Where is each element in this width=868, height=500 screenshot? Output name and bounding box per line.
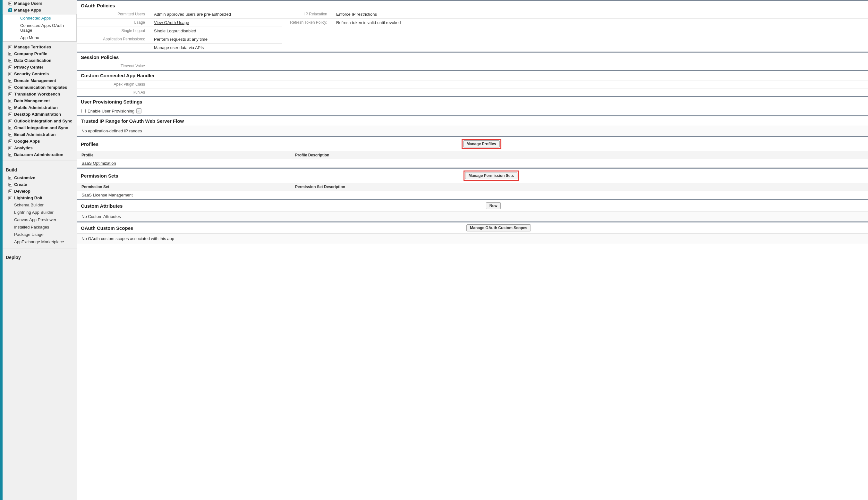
expand-icon[interactable]: ▶ <box>8 139 12 143</box>
sidebar-item-label: Customize <box>14 175 35 180</box>
sidebar-item[interactable]: ▶Customize <box>2 174 77 181</box>
sidebar-divider <box>2 248 77 248</box>
sidebar-subitem[interactable]: Package Usage <box>2 231 77 238</box>
sidebar-item[interactable]: ▶Mobile Administration <box>2 104 77 111</box>
manage-oauth-custom-scopes-button[interactable]: Manage OAuth Custom Scopes <box>466 224 531 231</box>
sidebar-item-label: Privacy Center <box>14 65 43 70</box>
expand-icon[interactable]: ▶ <box>8 45 12 49</box>
sidebar-item[interactable]: ▶Manage Territories <box>2 44 77 50</box>
sidebar-item[interactable]: ▶Gmail Integration and Sync <box>2 124 77 131</box>
table-row: SaaS Optimization <box>77 159 868 168</box>
expand-icon[interactable]: ▶ <box>8 133 12 137</box>
sidebar-item[interactable]: ▶Analytics <box>2 145 77 151</box>
expand-icon[interactable]: ▶ <box>8 106 12 110</box>
expand-icon[interactable]: ▶ <box>8 183 12 186</box>
sidebar-item[interactable]: ▶Google Apps <box>2 138 77 145</box>
section-title: Profiles <box>81 141 99 147</box>
expand-icon[interactable]: ▶ <box>8 146 12 150</box>
field-value-single-logout: Single Logout disabled <box>152 28 282 34</box>
sidebar-item-label: Mobile Administration <box>14 105 58 110</box>
view-oauth-usage-link[interactable]: View OAuth Usage <box>154 20 189 25</box>
sidebar-item[interactable]: ▶Company Profile <box>2 50 77 57</box>
sidebar-subitem[interactable]: Connected Apps <box>3 14 76 22</box>
expand-icon[interactable]: ▶ <box>8 72 12 76</box>
sidebar-item[interactable]: ▶Data Management <box>2 98 77 104</box>
sidebar-item-label: Analytics <box>14 146 33 150</box>
sidebar-item[interactable]: ▶Data.com Administration <box>2 151 77 158</box>
field-value-timeout <box>152 63 868 69</box>
sidebar-subitem[interactable]: App Menu <box>3 34 76 41</box>
sidebar-item[interactable]: ▶Data Classification <box>2 57 77 64</box>
field-value-refresh-token: Refresh token is valid until revoked <box>334 20 868 26</box>
section-header-provisioning: User Provisioning Settings <box>77 96 868 106</box>
expand-icon[interactable]: ▶ <box>8 126 12 130</box>
expand-icon[interactable]: ▶ <box>8 99 12 103</box>
sidebar-item[interactable]: ▶Domain Management <box>2 77 77 84</box>
sidebar-subitem[interactable]: Schema Builder <box>2 201 77 209</box>
sidebar-item-label: Security Controls <box>14 71 49 76</box>
sidebar-item-label: Google Apps <box>14 139 40 144</box>
expand-icon[interactable]: ▶ <box>8 196 12 200</box>
field-value-app-perm-1: Perform requests at any time <box>152 36 282 42</box>
field-label-ip-relaxation: IP Relaxation <box>282 11 334 17</box>
collapse-icon[interactable]: ▼ <box>8 8 12 12</box>
expand-icon[interactable]: ▶ <box>8 79 12 83</box>
sidebar-subitem[interactable]: AppExchange Marketplace <box>2 238 77 246</box>
permsets-col-name: Permission Set <box>77 185 295 189</box>
sidebar-item[interactable]: ▶Communication Templates <box>2 84 77 91</box>
highlight-manage-permission-sets: Manage Permission Sets <box>464 171 519 181</box>
enable-user-provisioning-checkbox[interactable] <box>81 109 86 113</box>
section-header-custom-attributes: Custom Attributes New <box>77 200 868 211</box>
sidebar-subitem[interactable]: Lightning App Builder <box>2 209 77 216</box>
sidebar-item-label: Communication Templates <box>14 85 67 90</box>
expand-icon[interactable]: ▶ <box>8 92 12 96</box>
expand-icon[interactable]: ▶ <box>8 176 12 180</box>
table-row: SaaS License Management <box>77 191 868 200</box>
sidebar-item[interactable]: ▶Create <box>2 181 77 188</box>
profile-link[interactable]: SaaS Optimization <box>81 161 116 166</box>
sidebar-subitem[interactable]: Connected Apps OAuth Usage <box>3 22 76 34</box>
manage-profiles-button[interactable]: Manage Profiles <box>463 140 500 147</box>
sidebar: ▶Manage Users▼Manage AppsConnected AppsC… <box>2 0 77 500</box>
app-accent-bar <box>0 0 2 500</box>
permission-set-link[interactable]: SaaS License Management <box>81 193 133 197</box>
sidebar-item-label: Data Management <box>14 99 50 103</box>
sidebar-subitem[interactable]: Installed Packages <box>2 224 77 231</box>
sidebar-item[interactable]: ▶Lightning Bolt <box>2 195 77 201</box>
sidebar-item[interactable]: ▶Translation Workbench <box>2 91 77 98</box>
expand-icon[interactable]: ▶ <box>8 153 12 157</box>
expand-icon[interactable]: ▶ <box>8 86 12 89</box>
expand-icon[interactable]: ▶ <box>8 65 12 69</box>
sidebar-item[interactable]: ▶Outlook Integration and Sync <box>2 118 77 124</box>
section-title: Custom Attributes <box>81 203 123 209</box>
sidebar-item-label: Outlook Integration and Sync <box>14 118 72 123</box>
custom-attributes-message: No Custom Attributes <box>77 211 868 221</box>
sidebar-item[interactable]: ▶Develop <box>2 188 77 195</box>
sidebar-item[interactable]: ▶Email Administration <box>2 131 77 138</box>
expand-icon[interactable]: ▶ <box>8 190 12 193</box>
expand-icon[interactable]: ▶ <box>8 59 12 62</box>
section-header-permission-sets: Permission Sets Manage Permission Sets <box>77 168 868 183</box>
new-custom-attribute-button[interactable]: New <box>486 202 501 209</box>
sidebar-subitem[interactable]: Canvas App Previewer <box>2 216 77 224</box>
main-content: OAuth Policies Permitted Users Admin app… <box>77 0 868 500</box>
enable-user-provisioning-label: Enable User Provisioning <box>88 109 134 113</box>
sidebar-item[interactable]: ▶Security Controls <box>2 70 77 77</box>
field-value-ip-relaxation: Enforce IP restrictions <box>334 11 868 17</box>
expand-icon[interactable]: ▶ <box>8 2 12 5</box>
section-title: Custom Connected App Handler <box>81 73 155 78</box>
field-value-runas <box>152 89 868 95</box>
sidebar-divider <box>2 161 77 161</box>
section-title: Trusted IP Range for OAuth Web Server Fl… <box>81 118 184 124</box>
expand-icon[interactable]: ▶ <box>8 113 12 116</box>
sidebar-item[interactable]: ▼Manage Apps <box>2 7 77 13</box>
field-label-permitted-users: Permitted Users <box>77 11 152 17</box>
info-icon[interactable]: i <box>136 108 142 113</box>
sidebar-item[interactable]: ▶Manage Users <box>2 0 77 7</box>
expand-icon[interactable]: ▶ <box>8 52 12 56</box>
sidebar-item[interactable]: ▶Privacy Center <box>2 64 77 70</box>
section-title: OAuth Custom Scopes <box>81 225 133 231</box>
manage-permission-sets-button[interactable]: Manage Permission Sets <box>465 172 518 179</box>
expand-icon[interactable]: ▶ <box>8 119 12 123</box>
sidebar-item[interactable]: ▶Desktop Administration <box>2 111 77 118</box>
